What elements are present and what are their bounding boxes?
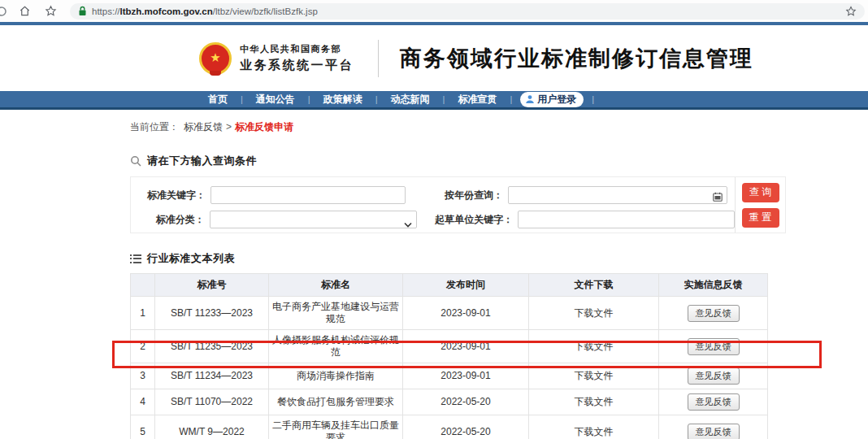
table-row: 5 WM/T 9—2022 二手商用车辆及挂车出口质量要求 2022-05-20…: [131, 415, 768, 439]
search-section-title: 请在下方输入查询条件: [130, 154, 868, 168]
header-divider: [378, 40, 379, 77]
standard-name: 餐饮食品打包服务管理要求: [269, 389, 403, 415]
header-date: 发布时间: [403, 274, 529, 297]
nav-separator: |: [501, 94, 520, 104]
site-header: ★ 中华人民共和国商务部 业务系统统一平台 商务领域行业标准制修订信息管理: [0, 25, 868, 91]
page: https://ltbzh.mofcom.gov.cn/ltbz/view/bz…: [0, 0, 868, 439]
row-number: 4: [131, 389, 155, 415]
platform-brand: 中华人民共和国商务部 业务系统统一平台: [240, 43, 354, 73]
publish-date: 2022-05-20: [403, 415, 529, 439]
list-section-label: 行业标准文本列表: [147, 251, 235, 266]
nav-item-notices[interactable]: 通知公告: [251, 93, 300, 106]
table-header-row: 标准号 标准名 发布时间 文件下载 实施信息反馈: [131, 274, 768, 297]
standards-table: 标准号 标准名 发布时间 文件下载 实施信息反馈 1 SB/T 11233—20…: [130, 273, 768, 439]
year-label: 按年份查询：: [406, 189, 503, 202]
drafting-org-label: 起草单位关键字：: [417, 213, 513, 227]
standard-keyword-input[interactable]: [210, 186, 406, 204]
nav-separator: |: [584, 94, 602, 104]
query-button[interactable]: 查 询: [742, 183, 779, 202]
favorites-star-icon[interactable]: [42, 3, 59, 20]
clipped-extension-icon: [0, 3, 10, 20]
download-cell: 下载文件: [529, 330, 659, 363]
publish-date: 2023-09-01: [403, 330, 529, 363]
category-label: 标准分类：: [131, 213, 205, 227]
address-bar[interactable]: https://ltbzh.mofcom.gov.cn/ltbz/view/bz…: [70, 3, 865, 20]
feedback-button[interactable]: 意见反馈: [688, 367, 740, 385]
nav-separator: |: [232, 94, 251, 104]
browser-toolbar: https://ltbzh.mofcom.gov.cn/ltbz/view/bz…: [0, 0, 868, 22]
user-login-label: 用户登录: [537, 93, 576, 106]
standard-name: 商场消毒操作指南: [269, 363, 403, 389]
header-no: [131, 274, 155, 297]
feedback-button[interactable]: 意见反馈: [688, 305, 740, 322]
download-cell: 下载文件: [529, 415, 659, 439]
list-section-title: 行业标准文本列表: [130, 251, 868, 266]
reset-button[interactable]: 重 置: [742, 208, 779, 228]
feedback-button[interactable]: 意见反馈: [688, 424, 740, 439]
breadcrumb-separator: >: [226, 121, 232, 133]
download-link[interactable]: 下载文件: [575, 396, 614, 407]
row-number: 5: [131, 415, 155, 439]
header-name: 标准名: [269, 274, 403, 297]
download-link[interactable]: 下载文件: [575, 307, 614, 319]
standards-table-wrap: 标准号 标准名 发布时间 文件下载 实施信息反馈 1 SB/T 11233—20…: [130, 273, 767, 439]
ministry-name: 中华人民共和国商务部: [240, 43, 354, 55]
row-number: 2: [131, 330, 155, 363]
download-link[interactable]: 下载文件: [575, 370, 614, 381]
nav-separator: |: [435, 94, 454, 104]
download-link[interactable]: 下载文件: [575, 341, 614, 352]
nav-separator: |: [367, 94, 386, 104]
nav-item-home[interactable]: 首页: [203, 93, 232, 106]
search-fields: 标准关键字： 按年份查询： 标准分类： 起草单位关: [131, 177, 735, 233]
search-panel: 标准关键字： 按年份查询： 标准分类： 起草单位关: [130, 176, 786, 233]
standard-code: SB/T 11233—2023: [155, 297, 269, 330]
nav-item-policy[interactable]: 政策解读: [319, 93, 367, 106]
header-code: 标准号: [155, 274, 269, 297]
padlock-icon: [78, 6, 87, 16]
table-row: 1 SB/T 11233—2023 电子商务产业基地建设与运营规范 2023-0…: [131, 297, 768, 330]
table-row-highlighted: 3 SB/T 11234—2023 商场消毒操作指南 2023-09-01 下载…: [131, 363, 768, 389]
download-cell: 下载文件: [529, 297, 659, 330]
calendar-icon[interactable]: [713, 190, 723, 205]
standard-code: SB/T 11070—2022: [155, 389, 269, 415]
download-cell: 下载文件: [529, 363, 659, 389]
row-number: 1: [131, 297, 155, 330]
table-row: 2 SB/T 11235—2023 人像摄影服务机构诚信评价规范 2023-09…: [131, 330, 768, 363]
url-text: https://ltbzh.mofcom.gov.cn/ltbz/view/bz…: [92, 7, 318, 16]
nav-separator: |: [300, 94, 319, 104]
search-section-label: 请在下方输入查询条件: [147, 154, 257, 168]
breadcrumb-prefix: 当前位置：: [130, 121, 179, 133]
standard-code: SB/T 11234—2023: [155, 363, 269, 389]
year-query-input[interactable]: [508, 186, 727, 204]
feedback-button[interactable]: 意见反馈: [688, 338, 740, 355]
table-row: 4 SB/T 11070—2022 餐饮食品打包服务管理要求 2022-05-2…: [131, 389, 768, 415]
home-icon[interactable]: [16, 3, 33, 20]
page-title: 商务领域行业标准制修订信息管理: [400, 44, 753, 73]
nav-item-promotion[interactable]: 标准宣贯: [453, 93, 501, 106]
drafting-org-input[interactable]: [518, 211, 735, 228]
download-link[interactable]: 下载文件: [575, 426, 614, 437]
feedback-cell: 意见反馈: [659, 415, 768, 439]
nav-item-news[interactable]: 动态新闻: [386, 93, 435, 106]
user-login-button[interactable]: 用户登录: [520, 92, 584, 107]
publish-date: 2023-09-01: [403, 363, 529, 389]
user-icon: [525, 94, 535, 104]
feedback-cell: 意见反馈: [659, 389, 768, 415]
feedback-cell: 意见反馈: [659, 363, 768, 389]
chevron-down-icon: [404, 216, 412, 231]
standard-name: 电子商务产业基地建设与运营规范: [269, 297, 403, 330]
search-icon: [130, 155, 141, 167]
platform-name: 业务系统统一平台: [240, 58, 354, 73]
feedback-button[interactable]: 意见反馈: [688, 393, 740, 411]
category-select[interactable]: [210, 211, 417, 228]
row-number: 3: [131, 363, 155, 389]
standard-name: 二手商用车辆及挂车出口质量要求: [269, 415, 403, 439]
breadcrumb-section[interactable]: 标准反馈: [184, 121, 223, 133]
list-icon: [130, 254, 141, 263]
publish-date: 2023-09-01: [403, 297, 529, 330]
keyword-label: 标准关键字：: [131, 189, 206, 202]
bookmark-star-icon[interactable]: [845, 6, 857, 17]
header-download: 文件下载: [529, 274, 659, 297]
main-nav: 首页 | 通知公告 | 政策解读 | 动态新闻 | 标准宣贯 | 用户登录 |: [0, 91, 868, 110]
publish-date: 2022-05-20: [403, 389, 529, 415]
